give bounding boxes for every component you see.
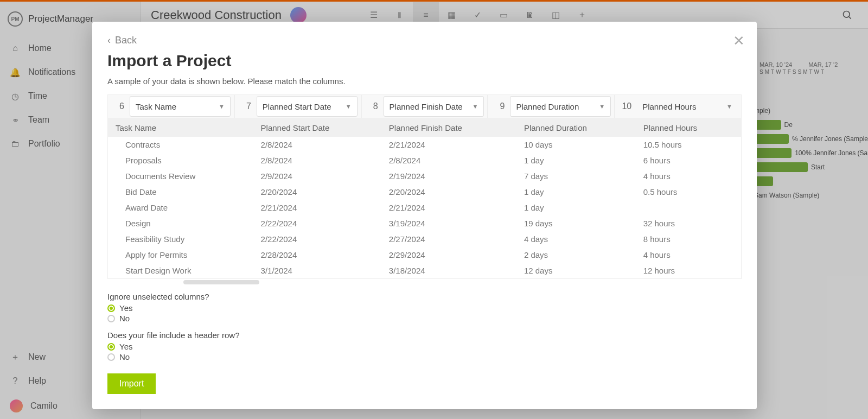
table-cell: 2/22/2024 xyxy=(253,215,381,231)
modal-title: Import a Project xyxy=(107,52,742,70)
caret-down-icon: ▼ xyxy=(219,103,225,110)
table-cell: 8 hours xyxy=(636,231,741,247)
table-cell: 10 days xyxy=(516,137,636,153)
table-cell: 32 hours xyxy=(636,215,741,231)
column-select-value: Task Name xyxy=(136,102,176,111)
table-cell: 2/29/2024 xyxy=(381,247,516,263)
col-number: 10 xyxy=(615,101,637,111)
table-row: Bid Date2/20/20242/20/20241 day0.5 hours xyxy=(108,184,741,200)
table-cell: 3/19/2024 xyxy=(381,215,516,231)
back-label: Back xyxy=(115,35,137,46)
chevron-left-icon: ‹ xyxy=(107,35,111,46)
table-cell: 2/20/2024 xyxy=(381,184,516,200)
col-number: 6 xyxy=(108,101,130,111)
table-cell: 2 days xyxy=(516,247,636,263)
column-select[interactable]: Task Name ▼ xyxy=(130,96,231,117)
table-cell: 4 hours xyxy=(636,168,741,184)
table-cell: Start Design Work xyxy=(108,263,253,278)
column-map-cell: 9 Planned Duration ▼ xyxy=(488,94,615,118)
q2-no-radio[interactable]: No xyxy=(107,352,742,361)
horizontal-scrollbar[interactable] xyxy=(183,280,259,284)
table-cell: 2/21/2024 xyxy=(381,137,516,153)
modal-subtitle: A sample of your data is shown below. Pl… xyxy=(107,77,742,86)
table-header: Task Name xyxy=(108,118,253,137)
q1-no-radio[interactable]: No xyxy=(107,314,742,323)
table-cell: Bid Date xyxy=(108,184,253,200)
table-cell: 4 days xyxy=(516,231,636,247)
table-cell: 12 days xyxy=(516,263,636,278)
table-cell: 1 day xyxy=(516,200,636,215)
column-select-value: Planned Hours xyxy=(642,102,696,111)
table-row: Proposals2/8/20242/8/20241 day6 hours xyxy=(108,153,741,168)
table-cell: 2/22/2024 xyxy=(253,231,381,247)
table-cell xyxy=(636,200,741,215)
table-cell: 4 hours xyxy=(636,247,741,263)
table-cell: 2/28/2024 xyxy=(253,247,381,263)
import-label: Import xyxy=(119,379,144,388)
table-row: Documents Review2/9/20242/19/20247 days4… xyxy=(108,168,741,184)
import-modal: ‹ Back ✕ Import a Project A sample of yo… xyxy=(92,22,757,409)
column-select[interactable]: Planned Hours ▼ xyxy=(637,96,738,117)
table-cell: Apply for Permits xyxy=(108,247,253,263)
back-button[interactable]: ‹ Back xyxy=(107,35,742,46)
table-cell: 2/9/2024 xyxy=(253,168,381,184)
table-cell: 6 hours xyxy=(636,153,741,168)
q2-yes-radio[interactable]: Yes xyxy=(107,342,742,351)
caret-down-icon: ▼ xyxy=(473,103,478,110)
column-select-value: Planned Start Date xyxy=(263,102,331,111)
table-header: Planned Finish Date xyxy=(381,118,516,137)
table-row: Contracts2/8/20242/21/202410 days10.5 ho… xyxy=(108,137,741,153)
question-ignore-columns: Ignore unselected columns? Yes No xyxy=(107,292,742,323)
table-header: Planned Hours xyxy=(636,118,741,137)
radio-selected-icon xyxy=(107,304,115,312)
table-cell: 0.5 hours xyxy=(636,184,741,200)
table-cell: Contracts xyxy=(108,137,253,153)
column-map-cell: 8 Planned Finish Date ▼ xyxy=(361,94,488,118)
column-map-cell: 7 Planned Start Date ▼ xyxy=(234,94,361,118)
col-number: 7 xyxy=(235,101,257,111)
table-cell: 2/8/2024 xyxy=(381,153,516,168)
table-cell: 2/21/2024 xyxy=(253,200,381,215)
table-row: Apply for Permits2/28/20242/29/20242 day… xyxy=(108,247,741,263)
close-icon: ✕ xyxy=(733,33,745,49)
close-button[interactable]: ✕ xyxy=(733,33,745,49)
import-button[interactable]: Import xyxy=(107,373,156,394)
column-map-cell: 6 Task Name ▼ xyxy=(107,94,234,118)
table-cell: 2/8/2024 xyxy=(253,153,381,168)
table-cell: 2/21/2024 xyxy=(381,200,516,215)
table-cell: Documents Review xyxy=(108,168,253,184)
question-header-row: Does your file include a header row? Yes… xyxy=(107,331,742,361)
table-cell: Design xyxy=(108,215,253,231)
q1-yes-radio[interactable]: Yes xyxy=(107,303,742,313)
table-cell: 2/19/2024 xyxy=(381,168,516,184)
column-select-value: Planned Finish Date xyxy=(390,102,463,111)
table-cell: 2/20/2024 xyxy=(253,184,381,200)
table-cell: 3/1/2024 xyxy=(253,263,381,278)
caret-down-icon: ▼ xyxy=(599,103,605,110)
table-cell: Award Date xyxy=(108,200,253,215)
table-cell: 7 days xyxy=(516,168,636,184)
column-select[interactable]: Planned Finish Date ▼ xyxy=(384,96,484,117)
table-cell: 1 day xyxy=(516,153,636,168)
column-select[interactable]: Planned Start Date ▼ xyxy=(257,96,358,117)
preview-table: Task NamePlanned Start DatePlanned Finis… xyxy=(108,118,741,278)
table-cell: 10.5 hours xyxy=(636,137,741,153)
table-header: Planned Start Date xyxy=(253,118,381,137)
caret-down-icon: ▼ xyxy=(726,103,732,110)
table-header: Planned Duration xyxy=(516,118,636,137)
table-cell: 19 days xyxy=(516,215,636,231)
column-mapping-row: 6 Task Name ▼ 7 Planned Start Date ▼ 8 P… xyxy=(107,94,742,118)
table-row: Award Date2/21/20242/21/20241 day xyxy=(108,200,741,215)
col-number: 8 xyxy=(362,101,384,111)
column-map-cell: 10 Planned Hours ▼ xyxy=(615,94,742,118)
caret-down-icon: ▼ xyxy=(346,103,352,110)
table-cell: 12 hours xyxy=(636,263,741,278)
table-cell: 2/8/2024 xyxy=(253,137,381,153)
radio-selected-icon xyxy=(107,343,115,351)
column-select-value: Planned Duration xyxy=(516,102,579,111)
radio-unselected-icon xyxy=(107,315,115,322)
table-cell: 1 day xyxy=(516,184,636,200)
table-cell: Proposals xyxy=(108,153,253,168)
table-row: Feasibility Study2/22/20242/27/20244 day… xyxy=(108,231,741,247)
column-select[interactable]: Planned Duration ▼ xyxy=(510,96,611,117)
